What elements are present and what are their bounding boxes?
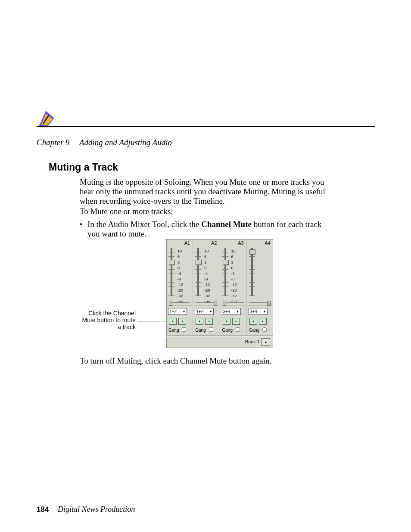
channel-mute-button[interactable]: • [169, 318, 177, 325]
page-number: 184 [37, 505, 49, 513]
routing-select[interactable]: 1+2▼ [168, 308, 187, 315]
mixer-channel: A43+4▼••Gang [247, 239, 273, 335]
paragraph-lead: To Mute one or more tracks: [80, 207, 327, 216]
channel-mute-button[interactable]: • [259, 318, 267, 325]
channel-mute-button[interactable]: • [232, 318, 240, 325]
gang-checkbox[interactable]: Gang [222, 326, 241, 333]
page-footer: 184 Digital News Production [37, 505, 135, 514]
bank-label: Bank 1 [245, 339, 260, 344]
chapter-number: Chapter 9 [37, 138, 70, 147]
channel-mute-button[interactable]: • [249, 318, 257, 325]
gang-checkbox[interactable]: Gang [249, 326, 268, 333]
figure-callout: Click the Channel Mute button to mute a … [80, 310, 136, 330]
section-heading: Muting a Track [49, 162, 118, 173]
chapter-logo-icon [37, 110, 55, 128]
scale-labels: 10630-4-8-12-20-32-oo [231, 249, 237, 305]
gang-checkbox[interactable]: Gang [195, 326, 214, 333]
bullet-text-bold: Channel Mute [201, 220, 252, 229]
header-rule [37, 126, 375, 127]
pan-slider[interactable] [248, 300, 272, 305]
fader-knob[interactable] [169, 260, 175, 265]
mixer-channel: A210630-4-8-12-20-32-oo1+2▼••Gang [193, 239, 220, 335]
mixer-channel: A110630-4-8-12-20-32-oo1+2▼••Gang [166, 239, 193, 335]
chapter-line: Chapter 9 Adding and Adjusting Audio [37, 138, 172, 147]
pan-slider[interactable] [194, 300, 218, 305]
audio-mixer-figure: A110630-4-8-12-20-32-oo1+2▼••Gang A21063… [166, 239, 273, 349]
mute-button-pair: •• [196, 318, 213, 325]
chapter-title: Adding and Adjusting Audio [79, 138, 172, 147]
scale-labels: 10630-4-8-12-20-32-oo [177, 249, 183, 305]
bank-next-button[interactable]: ▸ [262, 338, 270, 346]
routing-select[interactable]: 3+4▼ [249, 308, 268, 315]
bullet-item: • In the Audio Mixer Tool, click the Cha… [80, 220, 327, 239]
paragraph-intro: Muting is the opposite of Soloing. When … [80, 177, 327, 206]
channel-label: A2 [211, 240, 217, 246]
channel-mute-button[interactable]: • [205, 318, 213, 325]
channel-label: A4 [265, 240, 271, 246]
fader-ticks [196, 248, 200, 296]
fader-knob[interactable] [196, 260, 202, 265]
bank-row: Bank 1 ▸ [166, 336, 273, 348]
pan-slider[interactable] [167, 300, 192, 305]
channel-label: A1 [184, 240, 190, 246]
mute-button-pair: •• [169, 318, 186, 325]
routing-select[interactable]: 3+4▼ [222, 308, 241, 315]
channel-label: A3 [238, 240, 243, 246]
footer-title: Digital News Production [58, 505, 135, 513]
fader-ticks [170, 248, 174, 296]
fader-ticks [224, 248, 227, 296]
mute-button-pair: •• [223, 318, 240, 325]
bullet-text-pre: In the Audio Mixer Tool, click the [87, 220, 201, 229]
mixer-channel: A310630-4-8-12-20-32-oo3+4▼••Gang [220, 239, 247, 335]
fader-knob[interactable] [223, 260, 229, 265]
fader-ticks [250, 248, 254, 296]
paragraph-closing: To turn off Muting, click each Channel M… [80, 356, 327, 366]
scale-labels: 10630-4-8-12-20-32-oo [204, 249, 210, 305]
fader-knob[interactable] [249, 249, 255, 255]
mute-button-pair: •• [249, 318, 267, 325]
routing-select[interactable]: 1+2▼ [195, 308, 214, 315]
channel-mute-button[interactable]: • [223, 318, 230, 325]
pan-slider[interactable] [221, 300, 246, 305]
gang-checkbox[interactable]: Gang [168, 326, 187, 333]
channel-mute-button[interactable]: • [196, 318, 203, 325]
bullet-glyph: • [80, 220, 83, 229]
channel-mute-button[interactable]: • [178, 318, 186, 325]
